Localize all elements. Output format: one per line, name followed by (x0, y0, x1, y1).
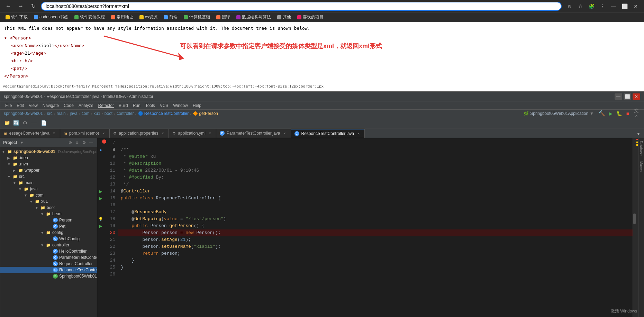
forward-button[interactable]: → (16, 1, 26, 11)
breadcrumb-controller[interactable]: controller (117, 111, 134, 116)
panel-close-button[interactable]: — (88, 139, 94, 146)
tree-item-controller[interactable]: 📁 controller (0, 242, 97, 248)
tree-item-wrapper[interactable]: 📁 wrapper (0, 167, 97, 173)
settings-button[interactable]: ⚙ (21, 119, 29, 127)
maven-tab[interactable]: Maven (638, 158, 644, 174)
breadcrumb-xu1[interactable]: xu1 (93, 111, 100, 116)
database-tab[interactable]: Database (638, 138, 644, 158)
menu-run[interactable]: Run (131, 101, 143, 110)
restore-button[interactable]: ⬜ (620, 1, 629, 11)
bookmark-cs-basics[interactable]: 计算机基础 (181, 13, 213, 21)
tree-item-boot[interactable]: 📁 boot (0, 205, 97, 211)
panel-sync-button[interactable]: ⊕ (67, 139, 73, 146)
minimize-button[interactable]: — (609, 1, 618, 11)
translate-button[interactable]: 文A (633, 110, 640, 117)
menu-help[interactable]: Help (191, 101, 203, 110)
bookmark-ds[interactable]: 数据结构与算法 (234, 13, 274, 21)
breadcrumb-class[interactable]: 🔵 ResponceTestController (138, 111, 189, 116)
tab-close-pom[interactable]: × (101, 131, 106, 136)
tab-close-parameter-controller[interactable]: × (282, 131, 287, 136)
tree-item-parameter-controller[interactable]: C ParameterTestController (0, 254, 97, 261)
bookmark-software-download[interactable]: 软件下载 (3, 13, 30, 21)
tree-item-root[interactable]: 📁 springboot-05-web01 D:\Java\springBoot… (0, 148, 97, 155)
menu-code[interactable]: Code (62, 101, 76, 110)
breadcrumb-boot[interactable]: boot (105, 111, 112, 116)
minimize-ide-button[interactable]: — (615, 93, 622, 100)
tab-pom[interactable]: m pom.xml (demo) × (60, 129, 110, 138)
menu-build[interactable]: Build (117, 101, 130, 110)
tree-item-mvn[interactable]: 📁 .mvn (0, 161, 97, 167)
menu-window[interactable]: Window (171, 101, 190, 110)
close-ide-button[interactable]: ✕ (633, 93, 640, 100)
tree-item-src[interactable]: 📁 src (0, 173, 97, 180)
tab-responce-controller[interactable]: C ResponceTestController.java × (291, 129, 365, 138)
bookmark-install[interactable]: 软件安装教程 (72, 13, 108, 21)
breadcrumb-java[interactable]: java (70, 111, 78, 116)
breadcrumb-main[interactable]: main (57, 111, 66, 116)
tree-item-responce-controller[interactable]: C ResponceTestController (0, 267, 97, 273)
tree-item-com[interactable]: 📁 com (0, 192, 97, 198)
tab-close-messageconverter[interactable]: × (52, 131, 56, 136)
tab-close-responce-controller[interactable]: × (356, 131, 361, 136)
tab-messageconverter[interactable]: m essageConverter.java × (0, 129, 60, 138)
debug-button[interactable]: 🐛 (615, 110, 623, 117)
tree-item-xu1[interactable]: 📁 xu1 (0, 198, 97, 205)
run-button[interactable]: ▶ (607, 110, 614, 117)
menu-file[interactable]: File (3, 101, 14, 110)
refresh-button[interactable]: ↻ (28, 1, 38, 11)
restore-ide-button[interactable]: ⬜ (624, 93, 631, 100)
extensions-button[interactable]: 🧩 (587, 1, 596, 11)
tree-item-person[interactable]: C Person (0, 217, 97, 223)
bookmark-favorite[interactable]: 喜欢的项目 (294, 13, 326, 21)
tree-item-hello-controller[interactable]: C HelloController (0, 248, 97, 254)
tree-item-main[interactable]: 📁 main (0, 180, 97, 186)
close-button[interactable]: ✕ (631, 1, 641, 11)
sync-button[interactable]: 🔄 (12, 119, 20, 127)
tab-settings-button[interactable]: ▼ (635, 130, 642, 138)
tree-item-webconfig[interactable]: C WebConfig (0, 236, 97, 242)
tree-item-idea[interactable]: 📁 .idea (0, 155, 97, 161)
tab-parameter-controller[interactable]: C ParameterTestController.java × (216, 129, 291, 138)
back-button[interactable]: ← (3, 1, 13, 11)
tab-close-app-properties[interactable]: × (160, 131, 165, 136)
menu-view[interactable]: View (27, 101, 40, 110)
tree-item-request-controller[interactable]: C RequestController (0, 261, 97, 267)
tree-item-java[interactable]: 📁 java (0, 186, 97, 192)
bookmark-translate[interactable]: 翻译 (214, 13, 233, 21)
menu-tools[interactable]: Tools (143, 101, 157, 110)
menu-button[interactable]: ⋮ (598, 1, 607, 11)
collapse-button[interactable]: 📄 (40, 119, 47, 127)
menu-vcs[interactable]: VCS (158, 101, 171, 110)
tab-close-app-yml[interactable]: × (208, 131, 212, 136)
panel-gear-button[interactable]: ⚙ (81, 139, 87, 146)
project-view-button[interactable]: 📁 (3, 119, 11, 127)
stop-button[interactable]: ■ (624, 110, 632, 117)
tab-app-properties[interactable]: ⚙ application.properties × (110, 129, 169, 138)
breadcrumb-com[interactable]: com (82, 111, 90, 116)
breadcrumb-method[interactable]: 🔶 getPerson (193, 111, 218, 116)
menu-refactor[interactable]: Refactor (96, 101, 116, 110)
tree-item-bean[interactable]: 📁 bean (0, 211, 97, 217)
bookmark-cs[interactable]: cs资源 (137, 13, 160, 21)
tree-item-config[interactable]: 📁 config (0, 229, 97, 236)
menu-navigate[interactable]: Navigate (40, 101, 61, 110)
tab-app-yml[interactable]: ⚙ application.yml × (169, 129, 216, 138)
bookmark-frontend[interactable]: 前端 (161, 13, 180, 21)
tree-item-pet[interactable]: C Pet (0, 223, 97, 229)
breadcrumb-src[interactable]: src (47, 111, 53, 116)
bookmark-other[interactable]: 其他 (274, 13, 294, 21)
code-content[interactable]: /** * @auther xu * @Description * @date … (118, 138, 633, 317)
run-config-dropdown[interactable]: ▼ (590, 111, 594, 116)
menu-analyze[interactable]: Analyze (76, 101, 96, 110)
bookmark-codesheep[interactable]: codesheep书签 (31, 13, 71, 21)
share-button[interactable]: ⎋ (564, 1, 574, 11)
bookmark-common[interactable]: 常用地址 (108, 13, 136, 21)
url-bar[interactable] (41, 2, 562, 11)
panel-collapse-button[interactable]: ≡ (74, 139, 80, 146)
scrollbar-thumb[interactable] (633, 214, 636, 224)
menu-edit[interactable]: Edit (15, 101, 26, 110)
tree-item-spring-app[interactable]: S Springboot05Web01Application (0, 273, 97, 279)
breadcrumb-project[interactable]: springboot-05-web01 (4, 111, 43, 116)
ide-vertical-scrollbar[interactable] (633, 138, 636, 317)
run-build-button[interactable]: 🔨 (598, 110, 606, 117)
